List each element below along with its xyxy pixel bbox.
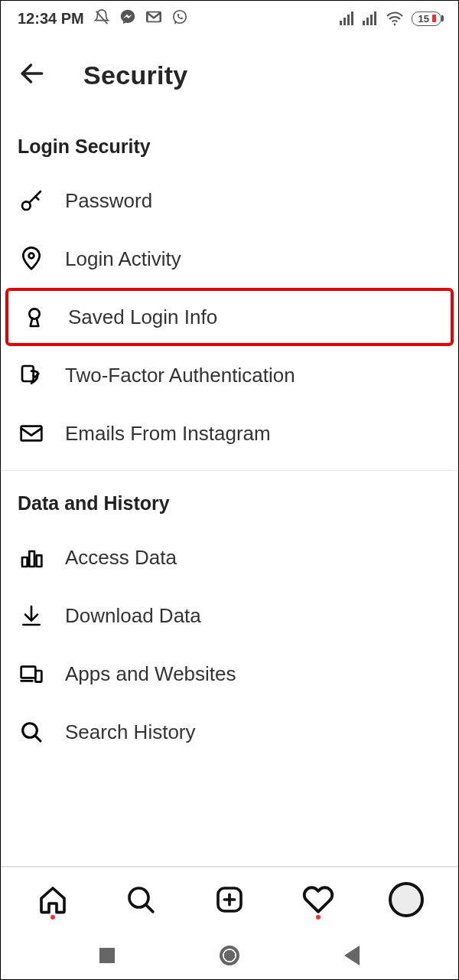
svg-rect-17 xyxy=(22,557,28,567)
signal-1-icon xyxy=(340,11,355,25)
svg-rect-24 xyxy=(35,671,41,682)
sys-home[interactable] xyxy=(220,946,239,965)
settings-content: Login Security Password Login Activity S… xyxy=(1,114,458,866)
row-label: Emails From Instagram xyxy=(65,422,271,446)
whatsapp-icon xyxy=(171,8,188,29)
svg-rect-5 xyxy=(351,11,353,25)
messenger-icon xyxy=(119,8,136,29)
svg-rect-19 xyxy=(37,555,42,567)
svg-rect-18 xyxy=(29,551,34,567)
svg-rect-3 xyxy=(343,18,346,25)
bar-chart-icon xyxy=(18,544,45,571)
row-search-history[interactable]: Search History xyxy=(1,703,458,761)
row-label: Login Activity xyxy=(65,247,181,271)
svg-line-28 xyxy=(146,905,153,912)
row-emails-instagram[interactable]: Emails From Instagram xyxy=(1,404,458,462)
svg-rect-15 xyxy=(22,366,34,381)
svg-rect-2 xyxy=(340,21,342,25)
key-icon xyxy=(18,187,45,214)
signal-2-icon xyxy=(363,11,378,25)
row-apps-websites[interactable]: Apps and Websites xyxy=(1,645,458,703)
gmail-icon xyxy=(145,8,162,29)
svg-rect-9 xyxy=(374,11,376,25)
row-login-activity[interactable]: Login Activity xyxy=(1,230,458,288)
nav-search[interactable] xyxy=(118,877,164,923)
svg-rect-8 xyxy=(370,15,373,25)
nav-home-dot xyxy=(50,915,55,920)
row-label: Saved Login Info xyxy=(68,305,217,329)
devices-icon xyxy=(18,660,45,688)
status-time: 12:34 PM xyxy=(18,10,84,28)
row-password[interactable]: Password xyxy=(1,172,458,230)
svg-point-13 xyxy=(29,253,34,259)
svg-rect-16 xyxy=(21,426,42,441)
back-button[interactable] xyxy=(18,59,47,91)
profile-avatar-icon xyxy=(389,882,424,917)
nav-home[interactable] xyxy=(30,877,76,923)
shield-check-icon xyxy=(18,361,45,389)
location-pin-icon xyxy=(18,245,45,273)
svg-rect-7 xyxy=(366,18,369,25)
download-icon xyxy=(18,602,45,629)
svg-point-10 xyxy=(393,24,396,26)
nav-profile[interactable] xyxy=(383,877,429,923)
page-header: Security xyxy=(1,36,458,114)
sys-back[interactable] xyxy=(344,946,360,965)
nav-create[interactable] xyxy=(207,877,252,923)
battery-level: 15 xyxy=(418,13,429,24)
battery-indicator: 15 xyxy=(412,11,441,26)
svg-rect-6 xyxy=(363,21,365,25)
keyhole-icon xyxy=(21,303,48,331)
nav-activity[interactable] xyxy=(295,877,341,923)
row-label: Access Data xyxy=(65,546,177,570)
system-nav xyxy=(1,932,458,979)
wifi-icon xyxy=(386,11,404,26)
status-bar: 12:34 PM 15 xyxy=(1,1,458,36)
nav-activity-dot xyxy=(316,915,321,920)
row-label: Search History xyxy=(65,720,196,744)
svg-line-26 xyxy=(35,736,41,741)
app-bottom-nav xyxy=(1,866,458,932)
page-title: Security xyxy=(83,60,188,90)
section-title-data-history: Data and History xyxy=(1,471,458,528)
row-label: Two-Factor Authentication xyxy=(65,364,295,387)
row-label: Password xyxy=(65,189,152,213)
row-two-factor[interactable]: Two-Factor Authentication xyxy=(1,346,458,404)
sys-recents[interactable] xyxy=(99,948,115,963)
svg-point-14 xyxy=(29,309,39,318)
row-label: Download Data xyxy=(65,604,201,628)
svg-rect-4 xyxy=(347,15,350,25)
row-label: Apps and Websites xyxy=(65,662,236,686)
mail-icon xyxy=(18,420,45,447)
row-access-data[interactable]: Access Data xyxy=(1,528,458,586)
notification-muted-icon xyxy=(93,8,110,29)
search-icon xyxy=(18,718,45,746)
row-download-data[interactable]: Download Data xyxy=(1,586,458,645)
section-title-login-security: Login Security xyxy=(1,114,458,172)
row-saved-login-info[interactable]: Saved Login Info xyxy=(5,288,454,346)
svg-rect-22 xyxy=(21,667,36,678)
